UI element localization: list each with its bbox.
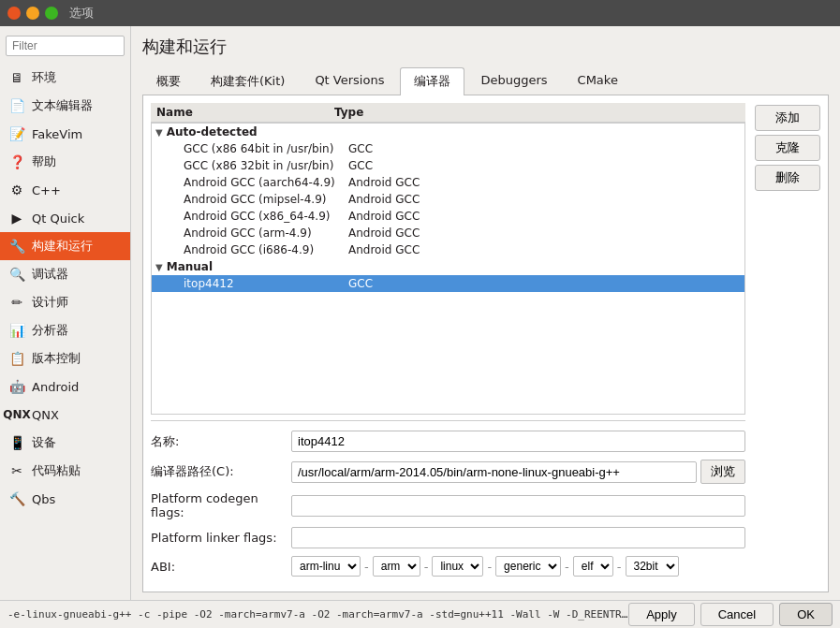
filter-input[interactable] [6, 36, 125, 56]
sidebar-item-android[interactable]: 🤖 Android [0, 372, 130, 401]
sidebar-item-environment[interactable]: 🖥 环境 [0, 64, 130, 92]
sidebar-item-qbs[interactable]: 🔨 Qbs [0, 485, 130, 513]
sidebar-item-label: 分析器 [32, 322, 68, 339]
sidebar-item-label: Qbs [32, 492, 55, 506]
form-row-name: 名称: [151, 431, 745, 452]
sidebar-item-label: 版本控制 [32, 350, 81, 367]
form-row-abi: ABI: arm-linu - arm - linux [151, 556, 745, 577]
sidebar-item-build-run[interactable]: 🔧 构建和运行 [0, 232, 130, 260]
form-row-path: 编译器路径(C): 浏览 [151, 460, 745, 484]
code-snippets-icon: ✂ [7, 461, 26, 480]
compiler-action-buttons: 添加 克隆 删除 [755, 103, 820, 584]
sidebar-item-label: 构建和运行 [32, 238, 93, 255]
table-row[interactable]: Android GCC (aarch64-4.9) Android GCC [152, 174, 744, 191]
sidebar-item-label: FakeVim [32, 127, 82, 141]
detail-form: 名称: 编译器路径(C): 浏览 Platform codegen flags:… [151, 420, 745, 584]
sidebar-item-label: QNX [32, 408, 59, 422]
name-input[interactable] [291, 431, 745, 452]
table-row-selected[interactable]: itop4412 GCC [152, 275, 744, 292]
clone-button[interactable]: 克隆 [755, 135, 820, 161]
sidebar-item-label: Qt Quick [32, 212, 84, 226]
designer-icon: ✏ [7, 293, 26, 312]
qnx-icon: QNX [7, 405, 26, 424]
tab-panel-compilers: Name Type ▼ Auto-detected GCC (x86 64bit… [142, 95, 829, 592]
tab-qt-versions[interactable]: Qt Versions [301, 67, 398, 95]
tab-debuggers[interactable]: Debuggers [466, 67, 561, 95]
window-title: 选项 [69, 5, 94, 22]
section-label: Auto-detected [167, 125, 258, 139]
tab-overview[interactable]: 概要 [142, 67, 195, 95]
compiler-table[interactable]: ▼ Auto-detected GCC (x86 64bit in /usr/b… [151, 123, 745, 415]
bottom-log: -e-linux-gnueabi-g++ -c -pipe -O2 -march… [7, 608, 628, 621]
close-button[interactable] [7, 7, 21, 20]
table-row[interactable]: Android GCC (x86_64-4.9) Android GCC [152, 208, 744, 225]
table-row[interactable]: Android GCC (arm-4.9) Android GCC [152, 225, 744, 241]
sidebar-item-code-snippets[interactable]: ✂ 代码粘贴 [0, 457, 130, 485]
platform-flags-input[interactable] [291, 495, 745, 517]
sidebar-item-label: 设计师 [32, 294, 68, 311]
environment-icon: 🖥 [7, 68, 26, 87]
table-row[interactable]: GCC (x86 64bit in /usr/bin) GCC [152, 140, 744, 157]
sidebar-item-label: 代码粘贴 [32, 462, 81, 479]
sidebar-item-qnx[interactable]: QNX QNX [0, 401, 130, 429]
apply-button[interactable]: Apply [628, 603, 695, 626]
sidebar-item-analyzer[interactable]: 📊 分析器 [0, 316, 130, 344]
sidebar-item-label: C++ [32, 183, 61, 197]
section-auto-detected[interactable]: ▼ Auto-detected [152, 124, 744, 140]
linker-flags-input[interactable] [291, 527, 745, 548]
sidebar-item-designer[interactable]: ✏ 设计师 [0, 288, 130, 316]
abi-select-2[interactable]: linux [432, 556, 483, 577]
sidebar-item-qt-quick[interactable]: ▶ Qt Quick [0, 204, 130, 232]
table-row[interactable]: GCC (x86 32bit in /usr/bin) GCC [152, 157, 744, 174]
version-control-icon: 📋 [7, 349, 26, 368]
abi-select-4[interactable]: elf [573, 556, 613, 577]
delete-button[interactable]: 删除 [755, 165, 820, 191]
cancel-button[interactable]: Cancel [700, 603, 774, 626]
sidebar-item-version-control[interactable]: 📋 版本控制 [0, 344, 130, 372]
bottom-bar: -e-linux-gnueabi-g++ -c -pipe -O2 -march… [0, 600, 840, 628]
build-run-icon: 🔧 [7, 237, 26, 256]
sidebar-item-help[interactable]: ❓ 帮助 [0, 148, 130, 176]
ok-button[interactable]: OK [779, 603, 833, 626]
sidebar-item-label: 调试器 [32, 266, 68, 283]
tab-cmake[interactable]: CMake [564, 67, 632, 95]
abi-select-1[interactable]: arm [373, 556, 420, 577]
form-row-linker-flags: Platform linker flags: [151, 527, 745, 548]
tab-kits[interactable]: 构建套件(Kit) [197, 67, 299, 95]
qbs-icon: 🔨 [7, 489, 26, 508]
table-row[interactable]: Android GCC (i686-4.9) Android GCC [152, 241, 744, 258]
platform-flags-label: Platform codegen flags: [151, 491, 291, 519]
maximize-button[interactable] [45, 7, 58, 20]
section-label: Manual [167, 260, 213, 273]
add-button[interactable]: 添加 [755, 105, 820, 131]
sidebar-item-text-editor[interactable]: 📄 文本编辑器 [0, 92, 130, 120]
bottom-actions: Apply Cancel OK [628, 603, 833, 626]
col-header-type: Type [334, 106, 740, 119]
abi-selects: arm-linu - arm - linux - [291, 556, 679, 577]
compiler-path-input[interactable] [291, 461, 697, 483]
abi-select-3[interactable]: generic [495, 556, 561, 577]
sidebar-item-debugger[interactable]: 🔍 调试器 [0, 260, 130, 288]
android-icon: 🤖 [7, 377, 26, 396]
sidebar-item-label: 文本编辑器 [32, 97, 93, 114]
minimize-button[interactable] [26, 7, 39, 20]
help-icon: ❓ [7, 153, 26, 171]
analyzer-icon: 📊 [7, 321, 26, 340]
abi-select-0[interactable]: arm-linu [291, 556, 361, 577]
cpp-icon: ⚙ [7, 181, 26, 199]
expand-icon: ▼ [155, 127, 163, 138]
qt-quick-icon: ▶ [7, 209, 26, 227]
sidebar-item-label: 环境 [32, 69, 56, 86]
browse-button[interactable]: 浏览 [700, 460, 745, 484]
table-row[interactable]: Android GCC (mipsel-4.9) Android GCC [152, 191, 744, 208]
titlebar: 选项 [0, 0, 840, 26]
sidebar-item-device[interactable]: 📱 设备 [0, 429, 130, 457]
fakevim-icon: 📝 [7, 124, 26, 143]
sidebar: 🖥 环境 📄 文本编辑器 📝 FakeVim ❓ 帮助 ⚙ C++ ▶ Qt Q… [0, 26, 131, 600]
section-manual[interactable]: ▼ Manual [152, 258, 744, 275]
compiler-table-header: Name Type [151, 103, 745, 123]
tab-compilers[interactable]: 编译器 [400, 67, 464, 95]
abi-select-5[interactable]: 32bit [626, 556, 679, 577]
sidebar-item-cpp[interactable]: ⚙ C++ [0, 176, 130, 204]
sidebar-item-fakevim[interactable]: 📝 FakeVim [0, 120, 130, 148]
